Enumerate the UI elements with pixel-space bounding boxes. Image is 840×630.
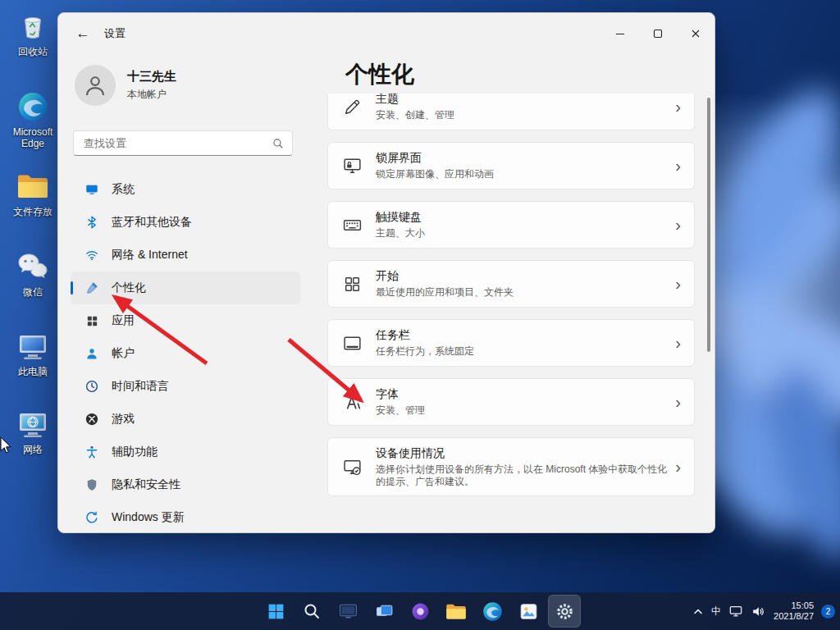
edge-button[interactable]: [476, 595, 509, 628]
desktop-icon-label: Microsoft Edge: [2, 126, 64, 149]
card-taskbar[interactable]: 任务栏 任务栏行为，系统固定 ›: [327, 319, 695, 367]
desktop-icon-wechat[interactable]: 微信: [2, 250, 64, 298]
card-desc: 最近使用的应用和项目、文件夹: [376, 286, 669, 299]
card-lock-screen[interactable]: 锁屏界面 锁定屏幕图像、应用和动画 ›: [327, 142, 695, 189]
tray-time: 15:05: [774, 600, 814, 611]
desktop-icon-folder[interactable]: 文件存放: [2, 170, 64, 217]
file-explorer-button[interactable]: [440, 595, 472, 628]
nav-item-personalization[interactable]: 个性化: [71, 272, 300, 304]
close-button[interactable]: [677, 13, 714, 54]
card-desc: 选择你计划使用设备的所有方法，以在 Microsoft 体验中获取个性化的提示、…: [376, 463, 669, 488]
taskbar-center: [259, 595, 581, 628]
taskbar-app-purple[interactable]: [404, 595, 436, 628]
card-title: 锁屏界面: [376, 151, 669, 166]
nav-item-accounts[interactable]: 帐户: [71, 337, 300, 370]
gear-icon: [555, 601, 575, 622]
settings-search: [73, 130, 293, 156]
nav-label: 个性化: [112, 281, 146, 295]
wechat-icon: [16, 250, 49, 283]
back-button[interactable]: ←: [70, 21, 96, 47]
card-start[interactable]: 开始 最近使用的应用和项目、文件夹 ›: [327, 260, 695, 308]
minimize-icon: [614, 27, 627, 40]
nav-label: 时间和语言: [112, 379, 169, 394]
card-title: 任务栏: [376, 328, 669, 343]
minimize-button[interactable]: [601, 13, 639, 54]
desktop-icon-this-pc[interactable]: 此电脑: [2, 330, 64, 377]
wifi-icon: [84, 247, 100, 263]
photos-icon: [518, 601, 539, 622]
maximize-button[interactable]: [639, 13, 677, 54]
network-tray-button[interactable]: [728, 605, 743, 618]
desktop-icon-recycle-bin[interactable]: 回收站: [2, 10, 64, 57]
card-device-usage[interactable]: 设备使用情况 选择你计划使用设备的所有方法，以在 Microsoft 体验中获取…: [327, 437, 695, 496]
taskbar-settings-icon: [340, 333, 364, 354]
chevron-up-icon: [692, 606, 704, 617]
ime-indicator[interactable]: 中: [711, 605, 721, 619]
nav-item-windows-update[interactable]: Windows 更新: [71, 501, 300, 533]
task-view-button[interactable]: [368, 595, 400, 628]
settings-list: 主题 安装、创建、管理 › 锁屏界面 锁定屏幕图像、应用和动画 ›: [327, 94, 698, 533]
purple-app-icon: [410, 601, 431, 622]
chevron-right-icon: ›: [675, 393, 681, 412]
nav-item-bluetooth-devices[interactable]: 蓝牙和其他设备: [71, 206, 300, 239]
personalization-brush-icon: [84, 280, 100, 296]
search-input[interactable]: [74, 137, 272, 149]
recycle-bin-icon: [16, 10, 49, 43]
card-themes[interactable]: 主题 安装、创建、管理 ›: [327, 94, 695, 130]
nav-item-apps[interactable]: 应用: [71, 304, 300, 337]
nav-item-privacy-security[interactable]: 隐私和安全性: [71, 468, 300, 501]
tray-clock[interactable]: 15:05 2021/8/27: [774, 600, 814, 622]
clock-icon: [84, 378, 100, 395]
volume-button[interactable]: [751, 604, 766, 619]
nav-label: 应用: [112, 313, 135, 328]
card-desc: 任务栏行为，系统固定: [376, 345, 669, 358]
device-usage-icon: [340, 457, 364, 477]
sidebar: 十三先生 本地帐户 系统: [58, 54, 313, 533]
nav-label: Windows 更新: [112, 510, 185, 525]
nav-item-time-language[interactable]: 时间和语言: [71, 370, 300, 403]
start-button[interactable]: [259, 595, 292, 628]
sidebar-nav: 系统 蓝牙和其他设备 网络 & Internet: [71, 173, 300, 533]
fonts-icon: [340, 392, 364, 413]
desktop-icon-network[interactable]: 网络: [2, 408, 64, 455]
chevron-right-icon: ›: [675, 334, 681, 353]
maximize-icon: [651, 27, 664, 40]
settings-button[interactable]: [548, 595, 581, 628]
selected-indicator: [71, 281, 73, 294]
settings-window: ← 设置 十三先生: [57, 12, 715, 533]
close-icon: [689, 27, 702, 40]
system-tray: 中 15:05 2021/8/27 2: [692, 592, 835, 630]
taskbar-search-button[interactable]: [295, 595, 328, 628]
taskbar-app-monitor[interactable]: [331, 595, 364, 628]
user-profile[interactable]: 十三先生 本地帐户: [75, 65, 176, 106]
account-type: 本地帐户: [127, 88, 176, 102]
update-icon: [84, 509, 100, 526]
scrollbar-thumb[interactable]: [707, 98, 710, 352]
nav-item-accessibility[interactable]: 辅助功能: [71, 436, 300, 468]
chevron-right-icon: ›: [675, 157, 681, 176]
photos-button[interactable]: [512, 595, 545, 628]
notification-badge[interactable]: 2: [821, 605, 835, 619]
card-fonts[interactable]: 字体 安装、管理 ›: [327, 378, 695, 426]
search-icon: [302, 601, 322, 621]
card-title: 设备使用情况: [376, 446, 669, 461]
apps-grid-icon: [84, 313, 100, 329]
network-tray-icon: [728, 605, 743, 618]
card-touch-keyboard[interactable]: 触摸键盘 主题、大小 ›: [327, 201, 695, 249]
nav-item-system[interactable]: 系统: [71, 173, 300, 206]
page-title: 个性化: [345, 59, 414, 90]
lock-screen-icon: [340, 156, 364, 176]
card-title: 开始: [376, 269, 669, 284]
nav-label: 帐户: [112, 346, 135, 361]
nav-label: 隐私和安全性: [112, 477, 180, 492]
taskbar: 中 15:05 2021/8/27 2: [0, 592, 840, 630]
desktop-icon-edge[interactable]: Microsoft Edge: [2, 90, 64, 149]
nav-item-gaming[interactable]: 游戏: [71, 403, 300, 436]
tray-expand-button[interactable]: [692, 606, 704, 617]
tray-date: 2021/8/27: [774, 611, 814, 622]
titlebar: ← 设置: [58, 13, 714, 54]
desktop-icon-label: 微信: [2, 286, 64, 298]
nav-label: 游戏: [112, 412, 135, 427]
card-title: 主题: [376, 94, 669, 107]
nav-item-network-internet[interactable]: 网络 & Internet: [71, 239, 300, 272]
